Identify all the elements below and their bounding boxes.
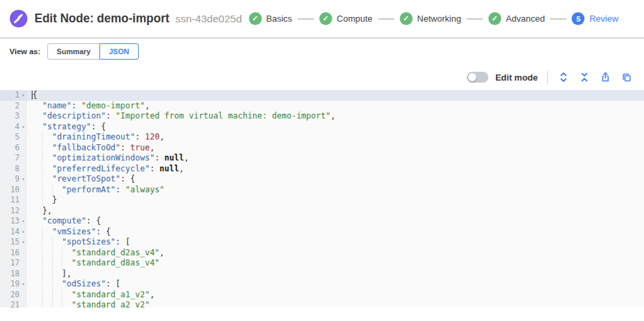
line-gutter: 9▾: [0, 174, 27, 185]
token-p: : {: [120, 174, 135, 184]
token-k: "odSizes": [62, 279, 106, 288]
line-number: 8: [15, 164, 20, 175]
code-line[interactable]: 15▾ "spotSizes": [: [0, 237, 644, 248]
json-view-button[interactable]: JSON: [99, 43, 139, 60]
indent-guide: [62, 290, 62, 301]
line-number: 18: [10, 269, 20, 280]
indent-guide: [42, 248, 43, 259]
token-p: ,: [179, 164, 184, 173]
line-number: 2: [15, 101, 20, 112]
code-line[interactable]: 5 "drainingTimeout": 120,: [0, 132, 644, 143]
code-line[interactable]: 17 "standard_d8as_v4": [0, 258, 644, 269]
token-s: "standard_a1_v2": [72, 290, 150, 299]
step-basics[interactable]: ✓Basics: [249, 12, 292, 25]
export-icon[interactable]: [599, 72, 611, 83]
code-line[interactable]: 3 "description": "Imported from virtual …: [0, 111, 644, 122]
code-line[interactable]: 11 }: [0, 195, 644, 206]
code-line[interactable]: 14▾ "vmSizes": {: [0, 227, 644, 238]
indent-guide: [62, 248, 62, 259]
line-gutter: 17: [0, 258, 27, 269]
fold-toggle-icon[interactable]: ▾: [20, 216, 27, 227]
code-line[interactable]: 21 "standard_a2_v2": [0, 300, 644, 307]
token-k: "performAt": [62, 185, 115, 194]
step-check-icon: ✓: [488, 12, 501, 25]
step-number: 5: [572, 12, 584, 25]
token-p: :: [135, 132, 145, 142]
line-gutter: 20: [0, 290, 27, 301]
code-content: "performAt": "always": [27, 185, 644, 196]
code-line[interactable]: 6 "fallbackToOd": true,: [0, 143, 644, 154]
code-line[interactable]: 19▾ "odSizes": [: [0, 279, 644, 290]
fold-icon[interactable]: [578, 72, 590, 83]
token-k: "preferredLifecycle": [52, 164, 150, 173]
editor-toolbar: Edit mode: [0, 64, 644, 90]
step-connector: [298, 18, 314, 20]
line-gutter: 1▾: [0, 90, 27, 101]
step-compute[interactable]: ✓Compute: [319, 12, 373, 25]
view-as-label: View as:: [9, 47, 41, 56]
step-connector: [378, 18, 394, 20]
stepper: ✓Basics✓Compute✓Networking✓Advanced5Revi…: [249, 12, 635, 25]
line-number: 19: [10, 279, 20, 290]
code-content: "compute": {: [27, 216, 644, 227]
token-k: "optimizationWindows": [52, 153, 155, 163]
token-n: 120: [145, 132, 160, 142]
fold-toggle-icon[interactable]: ▾: [20, 90, 27, 101]
token-s: "Imported from virtual machine: demo-imp…: [116, 111, 331, 121]
token-u: null: [160, 164, 179, 173]
fold-toggle-icon[interactable]: ▾: [20, 227, 27, 238]
view-toggle-group: Summary JSON: [47, 43, 139, 60]
code-line[interactable]: 12 },: [0, 206, 644, 217]
indent-guide: [52, 300, 53, 307]
token-k: "drainingTimeout": [52, 132, 135, 142]
fold-toggle-icon[interactable]: ▾: [20, 237, 27, 248]
code-line[interactable]: 2 "name": "demo-import",: [0, 101, 644, 112]
line-number: 17: [10, 258, 20, 269]
token-p: :: [150, 164, 159, 173]
summary-view-button[interactable]: Summary: [47, 43, 100, 60]
indent-guide: [42, 143, 43, 154]
step-review[interactable]: 5Review: [572, 12, 618, 25]
fold-toggle-icon[interactable]: ▾: [20, 174, 27, 185]
fold-toggle-icon[interactable]: ▾: [20, 279, 27, 290]
edit-mode-toggle[interactable]: [467, 72, 488, 83]
token-s: "always": [125, 185, 164, 194]
spot-logo-icon: [9, 9, 28, 28]
code-line[interactable]: 7 "optimizationWindows": null,: [0, 153, 644, 164]
line-number: 16: [10, 248, 20, 259]
code-line[interactable]: 18 ],: [0, 269, 644, 280]
line-number: 21: [10, 300, 20, 307]
code-line[interactable]: 4▾ "strategy": {: [0, 122, 644, 133]
token-p: :: [116, 185, 125, 194]
code-content: "fallbackToOd": true,: [27, 143, 644, 154]
line-number: 4: [15, 122, 20, 133]
step-check-icon: ✓: [400, 12, 413, 25]
code-content: {: [27, 90, 644, 101]
copy-icon[interactable]: [620, 72, 632, 83]
line-number: 14: [10, 227, 20, 238]
line-gutter: 6: [0, 143, 27, 154]
indent-guide: [62, 258, 62, 269]
code-line[interactable]: 20 "standard_a1_v2",: [0, 290, 644, 301]
code-content: "spotSizes": [: [27, 237, 644, 248]
code-line[interactable]: 16 "standard_d2as_v4",: [0, 248, 644, 259]
line-number: 7: [15, 153, 20, 164]
indent-guide: [42, 227, 43, 238]
json-editor[interactable]: 1▾{2 "name": "demo-import",3 "descriptio…: [0, 90, 644, 307]
token-k: "spotSizes": [62, 237, 115, 247]
fold-toggle-icon[interactable]: ▾: [20, 122, 27, 133]
code-content: "name": "demo-import",: [27, 101, 644, 112]
step-networking[interactable]: ✓Networking: [400, 12, 461, 25]
code-line[interactable]: 8 "preferredLifecycle": null,: [0, 164, 644, 175]
token-p: },: [42, 206, 51, 215]
code-line[interactable]: 1▾{: [0, 90, 644, 101]
indent-guide: [42, 164, 43, 175]
header: Edit Node: demo-import ssn-43de025d ✓Bas…: [0, 0, 644, 39]
code-line[interactable]: 10 "performAt": "always": [0, 185, 644, 196]
code-line[interactable]: 13▾ "compute": {: [0, 216, 644, 227]
code-line[interactable]: 9▾ "revertToSpot": {: [0, 174, 644, 185]
token-p: ,: [150, 290, 154, 299]
unfold-icon[interactable]: [557, 72, 569, 83]
node-id: ssn-43de025d: [175, 13, 242, 25]
step-advanced[interactable]: ✓Advanced: [488, 12, 545, 25]
